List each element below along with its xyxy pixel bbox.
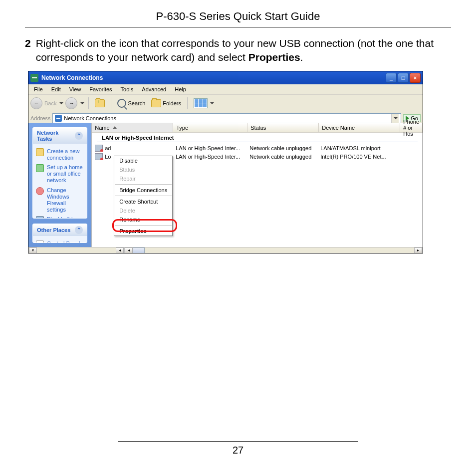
folders-button[interactable]: Folders bbox=[149, 98, 183, 108]
cell-status: Network cable unplugged bbox=[246, 154, 317, 160]
col-type[interactable]: Type bbox=[173, 123, 247, 132]
step-text-pre: Right-click on the icon that corresponds… bbox=[36, 37, 434, 63]
task-label: Create a new connection bbox=[47, 148, 84, 161]
window-icon bbox=[30, 74, 38, 82]
horizontal-scrollbars: ▾ ◂ ◂ ▸ bbox=[28, 247, 423, 253]
task-create-connection[interactable]: Create a new connection bbox=[36, 147, 84, 163]
task-firewall[interactable]: Change Windows Firewall settings bbox=[36, 186, 84, 215]
chevron-down-icon bbox=[210, 102, 214, 104]
forward-button[interactable]: → bbox=[65, 97, 77, 109]
address-dropdown[interactable] bbox=[391, 114, 399, 123]
scroll-down-icon[interactable]: ▾ bbox=[29, 247, 37, 253]
scroll-left-icon[interactable]: ◂ bbox=[116, 247, 124, 253]
new-connection-icon bbox=[36, 148, 44, 156]
menu-help[interactable]: Help bbox=[171, 85, 190, 93]
views-icon bbox=[194, 98, 208, 108]
toolbar: ← Back → Search Folders bbox=[28, 95, 423, 112]
window-titlebar: Network Connections _ □ × bbox=[28, 71, 423, 84]
scroll-left-icon[interactable]: ◂ bbox=[125, 247, 133, 253]
maximize-button[interactable]: □ bbox=[398, 73, 409, 83]
col-phone[interactable]: Phone # or Hos bbox=[400, 123, 423, 132]
task-label: Change Windows Firewall settings bbox=[47, 187, 84, 214]
network-tasks-header[interactable]: Network Tasks ⌃ bbox=[33, 128, 87, 144]
step-text-bold: Properties bbox=[248, 51, 300, 63]
cell-device: Intel(R) PRO/100 VE Net... bbox=[317, 154, 398, 160]
menu-tools[interactable]: Tools bbox=[117, 85, 137, 93]
ctx-disable[interactable]: Disable bbox=[114, 156, 172, 165]
search-label: Search bbox=[128, 100, 145, 106]
screenshot-network-connections: Network Connections _ □ × File Edit View… bbox=[28, 71, 423, 253]
other-control-panel[interactable]: Control Panel bbox=[36, 239, 84, 243]
ctx-properties-label: Properties bbox=[119, 228, 146, 234]
other-places-header[interactable]: Other Places ⌃ bbox=[33, 224, 87, 236]
ctx-status: Status bbox=[114, 165, 172, 174]
ctx-rename[interactable]: Rename bbox=[114, 215, 172, 224]
cell-type: LAN or High-Speed Inter... bbox=[173, 145, 246, 151]
firewall-icon bbox=[36, 187, 44, 195]
task-label: Set up a home or small office network bbox=[47, 164, 84, 184]
table-row[interactable]: ad LAN or High-Speed Inter... Network ca… bbox=[92, 144, 423, 153]
menu-bar: File Edit View Favorites Tools Advanced … bbox=[28, 84, 423, 95]
folders-label: Folders bbox=[163, 100, 181, 106]
column-headers: Name Type Status Device Name Phone # or … bbox=[92, 123, 423, 133]
sort-asc-icon bbox=[113, 126, 117, 129]
task-disable-device[interactable]: Disable this network device bbox=[36, 215, 84, 218]
group-header: LAN or High-Speed Internet bbox=[92, 133, 423, 142]
window-title: Network Connections bbox=[41, 74, 386, 81]
collapse-icon: ⌃ bbox=[75, 132, 83, 140]
menu-favorites[interactable]: Favorites bbox=[86, 85, 115, 93]
doc-header: P-630-S Series Quick Start Guide bbox=[25, 10, 451, 27]
other-places-box: Other Places ⌃ Control Panel bbox=[32, 224, 87, 243]
col-device[interactable]: Device Name bbox=[319, 123, 400, 132]
connection-icon bbox=[95, 153, 103, 160]
scroll-right-icon[interactable]: ▸ bbox=[414, 247, 422, 253]
back-button[interactable]: ← Back bbox=[30, 97, 63, 109]
task-label: Disable this network device bbox=[47, 216, 84, 218]
minimize-button[interactable]: _ bbox=[386, 73, 397, 83]
connection-icon bbox=[95, 145, 103, 152]
tasks-sidepanel: Network Tasks ⌃ Create a new connection … bbox=[28, 123, 91, 247]
task-setup-network[interactable]: Set up a home or small office network bbox=[36, 163, 84, 186]
step-2: 2 Right-click on the icon that correspon… bbox=[25, 36, 451, 65]
listview-body: ad LAN or High-Speed Inter... Network ca… bbox=[92, 144, 423, 161]
col-status[interactable]: Status bbox=[247, 123, 319, 132]
col-name[interactable]: Name bbox=[92, 123, 173, 132]
folder-up-icon bbox=[95, 99, 105, 107]
collapse-icon: ⌃ bbox=[75, 226, 83, 234]
network-icon bbox=[55, 115, 62, 122]
up-button[interactable] bbox=[93, 98, 107, 108]
close-button[interactable]: × bbox=[410, 73, 421, 83]
menu-view[interactable]: View bbox=[66, 85, 85, 93]
step-text-post: . bbox=[300, 51, 303, 63]
cell-name: ad bbox=[105, 145, 111, 151]
cell-type: LAN or High-Speed Inter... bbox=[173, 154, 246, 160]
scroll-thumb[interactable] bbox=[133, 247, 145, 253]
menu-edit[interactable]: Edit bbox=[48, 85, 64, 93]
context-menu: Disable Status Repair Bridge Connections… bbox=[114, 156, 173, 236]
ctx-repair: Repair bbox=[114, 174, 172, 183]
folder-icon bbox=[151, 99, 161, 107]
network-setup-icon bbox=[36, 164, 44, 172]
cell-name: Lo bbox=[105, 154, 111, 160]
ctx-create-shortcut[interactable]: Create Shortcut bbox=[114, 197, 172, 206]
menu-file[interactable]: File bbox=[30, 85, 46, 93]
connections-listview: Name Type Status Device Name Phone # or … bbox=[91, 123, 423, 247]
views-button[interactable] bbox=[192, 97, 216, 109]
ctx-bridge[interactable]: Bridge Connections bbox=[114, 186, 172, 195]
search-button[interactable]: Search bbox=[115, 98, 147, 109]
listview-hscroll[interactable]: ◂ ▸ bbox=[124, 247, 423, 253]
page-number: 27 bbox=[25, 445, 451, 456]
ctx-properties[interactable]: Properties bbox=[114, 227, 172, 236]
sidepanel-hscroll[interactable]: ▾ ◂ bbox=[28, 247, 124, 253]
col-label: Name bbox=[95, 125, 109, 131]
chevron-down-icon bbox=[80, 102, 84, 104]
address-field[interactable]: Network Connections bbox=[52, 113, 401, 123]
chevron-down-icon bbox=[394, 117, 398, 119]
menu-advanced[interactable]: Advanced bbox=[138, 85, 170, 93]
cell-status: Network cable unplugged bbox=[246, 145, 317, 151]
search-icon bbox=[117, 99, 126, 108]
disable-icon bbox=[36, 216, 44, 218]
network-tasks-box: Network Tasks ⌃ Create a new connection … bbox=[32, 127, 87, 219]
back-icon: ← bbox=[30, 97, 42, 109]
address-value: Network Connections bbox=[64, 115, 116, 121]
